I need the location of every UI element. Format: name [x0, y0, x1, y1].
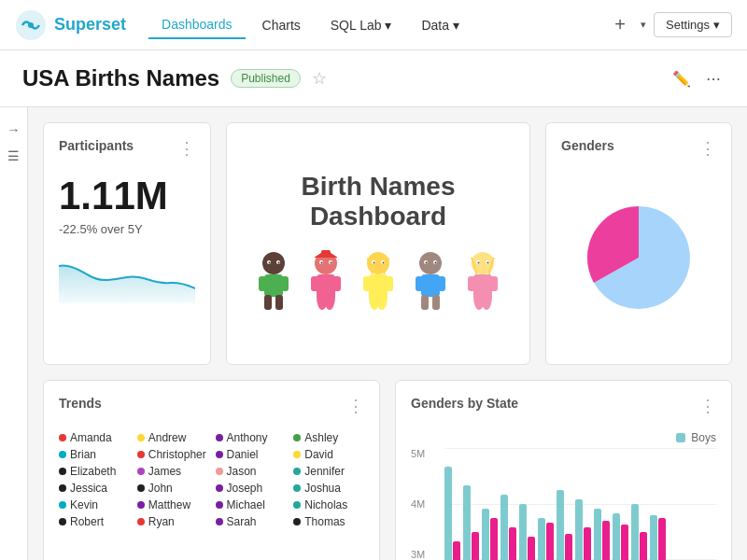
- svg-point-2: [262, 252, 285, 274]
- svg-rect-15: [333, 276, 341, 291]
- bar-boys-6: [557, 490, 564, 560]
- legend-dot-john: [137, 484, 145, 492]
- bar-girls-2: [490, 518, 498, 560]
- svg-rect-34: [416, 276, 423, 291]
- participants-chart: [59, 247, 195, 349]
- trends-legend: AmandaAndrewAnthonyAshleyBrianChristophe…: [59, 431, 364, 528]
- nav-data[interactable]: Data ▾: [408, 12, 472, 38]
- legend-label-brian: Brian: [70, 448, 96, 461]
- svg-point-32: [419, 252, 442, 274]
- legend-item-jennifer: Jennifer: [293, 465, 364, 478]
- svg-rect-6: [264, 295, 272, 310]
- legend-label-robert: Robert: [70, 515, 104, 528]
- svg-point-27: [376, 284, 388, 310]
- logo-icon: [15, 9, 47, 41]
- birth-names-widget: Birth Names Dashboard: [226, 122, 530, 365]
- sidebar-toggle[interactable]: → ☰: [0, 107, 28, 560]
- bar-group-8: [594, 509, 610, 560]
- legend-item-andrew: Andrew: [137, 431, 208, 444]
- legend-item-christopher: Christopher: [137, 448, 208, 461]
- legend-label-john: John: [148, 482, 173, 495]
- legend-dot-brian: [59, 451, 66, 458]
- legend-dot-ashley: [293, 434, 301, 441]
- edit-icon[interactable]: ✏️: [669, 66, 695, 91]
- bar-group-0: [444, 467, 460, 560]
- plus-button[interactable]: +: [607, 10, 633, 39]
- legend-dot-jason: [216, 468, 223, 475]
- legend-label-joseph: Joseph: [227, 482, 263, 495]
- legend-dot-joshua: [293, 484, 301, 492]
- nav-sqllab[interactable]: SQL Lab ▾: [317, 12, 405, 38]
- genders-pie-chart: [561, 166, 716, 349]
- trends-header: Trends ⋮: [59, 396, 364, 416]
- legend-dot-sarah: [216, 518, 223, 525]
- svg-point-20: [321, 262, 323, 264]
- legend-item-ashley: Ashley: [293, 431, 364, 444]
- svg-rect-35: [438, 276, 445, 291]
- legend-label-elizabeth: Elizabeth: [70, 465, 116, 478]
- legend-label-matthew: Matthew: [148, 498, 190, 511]
- svg-point-21: [331, 262, 332, 264]
- bar-boys-3: [500, 495, 508, 560]
- legend-label-jessica: Jessica: [70, 482, 107, 495]
- svg-rect-44: [468, 276, 475, 291]
- bar-group-4: [519, 504, 535, 560]
- genders-menu-icon[interactable]: ⋮: [699, 138, 716, 159]
- bar-girls-5: [546, 523, 554, 560]
- settings-button[interactable]: Settings ▾: [654, 12, 732, 37]
- bar-boys-7: [575, 499, 583, 560]
- topnav: Superset Dashboards Charts SQL Lab ▾ Dat…: [0, 0, 747, 50]
- bar-girls-8: [602, 521, 610, 560]
- genders-state-menu-icon[interactable]: ⋮: [699, 396, 716, 416]
- avatar-boy1: [251, 250, 296, 315]
- genders-by-state-chart: Boys 5M 4M 3M: [411, 431, 716, 560]
- legend-dot-kevin: [59, 501, 66, 509]
- filter-icon: ☰: [7, 148, 20, 163]
- legend-item-david: David: [293, 448, 364, 461]
- favorite-star-icon[interactable]: ☆: [312, 68, 327, 89]
- legend-item-matthew: Matthew: [137, 498, 208, 511]
- legend-label-kevin: Kevin: [70, 498, 98, 511]
- legend-label-joshua: Joshua: [304, 482, 341, 495]
- legend-label-daniel: Daniel: [227, 448, 259, 461]
- more-options-icon[interactable]: ⋯: [702, 66, 725, 91]
- legend-dot-jennifer: [293, 468, 301, 475]
- bar-girls-4: [528, 537, 535, 560]
- plus-arrow: ▾: [641, 19, 646, 31]
- legend-label-james: James: [148, 465, 181, 478]
- legend-dot-daniel: [216, 451, 223, 458]
- legend-item-thomas: Thomas: [293, 515, 364, 528]
- legend-label-christopher: Christopher: [148, 448, 206, 461]
- bar-girls-3: [509, 527, 516, 560]
- main-content: → ☰ Participants ⋮ 1.11M -22.5% over 5Y: [0, 107, 747, 560]
- svg-point-30: [374, 262, 375, 264]
- bar-boys-9: [613, 513, 620, 560]
- trends-menu-icon[interactable]: ⋮: [347, 396, 364, 416]
- bar-group-1: [463, 485, 479, 560]
- bar-chart-bars: [411, 448, 716, 560]
- svg-point-10: [269, 262, 271, 264]
- nav-links: Dashboards Charts SQL Lab ▾ Data ▾: [148, 11, 599, 39]
- nav-charts[interactable]: Charts: [249, 12, 314, 38]
- participants-widget: Participants ⋮ 1.11M -22.5% over 5Y: [43, 122, 211, 365]
- legend-dot-robert: [59, 518, 66, 525]
- svg-rect-3: [264, 274, 283, 297]
- avatar-girl3: [460, 250, 505, 315]
- legend-dot-andrew: [137, 434, 145, 441]
- trends-widget: Trends ⋮ AmandaAndrewAnthonyAshleyBrianC…: [43, 380, 380, 560]
- legend-item-jason: Jason: [216, 465, 287, 478]
- legend-label-ryan: Ryan: [148, 515, 175, 528]
- legend-dot-elizabeth: [59, 468, 66, 475]
- bar-girls-6: [565, 534, 572, 560]
- genders-title: Genders: [561, 138, 614, 153]
- participants-menu-icon[interactable]: ⋮: [178, 138, 195, 159]
- logo-area: Superset: [15, 9, 126, 41]
- bar-girls-7: [584, 527, 591, 560]
- svg-point-40: [426, 262, 428, 264]
- legend-item-jessica: Jessica: [59, 482, 130, 495]
- nav-dashboards[interactable]: Dashboards: [148, 11, 246, 39]
- legend-item-nicholas: Nicholas: [293, 498, 364, 511]
- legend-dot-joseph: [216, 484, 223, 492]
- bar-boys-5: [538, 518, 545, 560]
- bar-girls-10: [640, 532, 647, 560]
